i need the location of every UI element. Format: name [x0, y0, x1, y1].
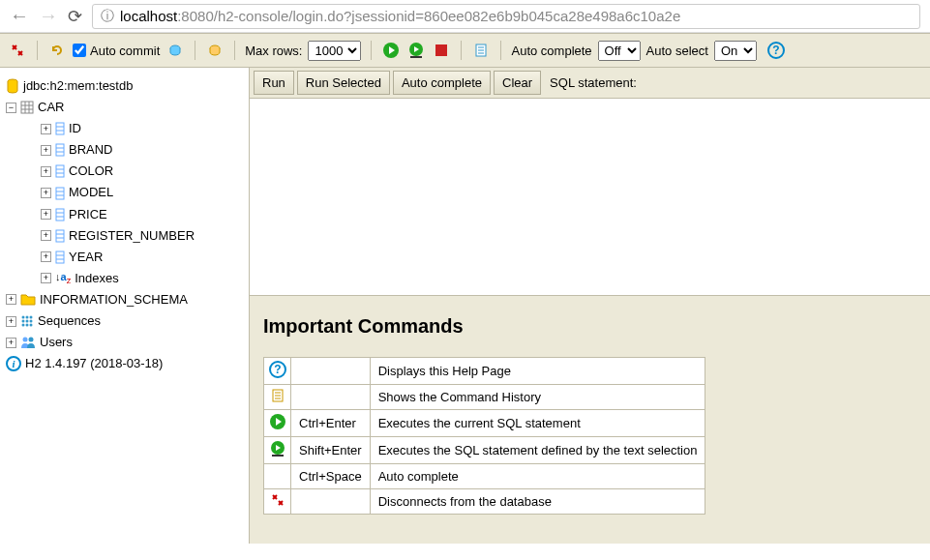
history-icon[interactable] [471, 41, 491, 60]
sql-label: SQL statement: [550, 75, 637, 90]
svg-rect-6 [410, 56, 422, 58]
command-shortcut: Shift+Enter [291, 437, 371, 464]
max-rows-select[interactable]: 1000 [308, 41, 361, 61]
url-path: :8080/h2-console/login.do?jsessionid=860… [177, 8, 680, 24]
column-icon [55, 122, 65, 135]
column-icon [55, 229, 65, 243]
command-shortcut [291, 385, 371, 410]
rollback-icon[interactable] [205, 41, 225, 60]
tree-column[interactable]: +MODEL [6, 182, 243, 203]
svg-rect-7 [435, 44, 447, 56]
svg-rect-20 [56, 123, 64, 134]
reload-button[interactable]: ⟳ [68, 6, 82, 27]
svg-text:?: ? [772, 44, 779, 57]
tree-column[interactable]: +ID [6, 118, 243, 139]
svg-point-41 [22, 316, 25, 319]
expander-plus-icon[interactable]: + [41, 230, 51, 241]
tree-sequences[interactable]: + Sequences [6, 310, 243, 332]
disconnect-icon[interactable] [8, 41, 27, 60]
svg-rect-38 [56, 251, 64, 263]
tree-indexes[interactable]: + ↓az Indexes [6, 268, 243, 289]
column-icon [55, 208, 65, 221]
expander-plus-icon[interactable]: + [6, 338, 16, 348]
run-icon[interactable] [381, 41, 401, 60]
expander-plus-icon[interactable]: + [41, 251, 51, 262]
tree-column[interactable]: +BRAND [6, 139, 243, 161]
clear-button[interactable]: Clear [494, 71, 541, 95]
url-bar[interactable]: ⓘ localhost:8080/h2-console/login.do?jse… [92, 4, 920, 29]
expander-plus-icon[interactable]: + [41, 209, 51, 220]
expander-minus-icon[interactable]: − [6, 103, 16, 113]
sql-editor[interactable] [250, 99, 930, 292]
tree-version: i H2 1.4.197 (2018-03-18) [6, 353, 243, 374]
expander-plus-icon[interactable]: + [41, 273, 51, 283]
history-icon [264, 385, 291, 410]
run-icon [264, 410, 291, 437]
tree-column[interactable]: +REGISTER_NUMBER [6, 225, 243, 247]
run-selected-button[interactable]: Run Selected [297, 71, 390, 95]
command-desc: Shows the Command History [370, 385, 705, 410]
tree-info-schema[interactable]: + INFORMATION_SCHEMA [6, 289, 243, 310]
svg-point-45 [26, 320, 29, 323]
tree-column[interactable]: +COLOR [6, 161, 243, 182]
help-icon[interactable]: ? [766, 41, 786, 60]
tree-column[interactable]: +PRICE [6, 204, 243, 225]
svg-point-46 [30, 320, 33, 323]
svg-point-47 [22, 324, 25, 327]
command-row: Ctrl+SpaceAuto complete [264, 464, 705, 489]
svg-rect-29 [56, 188, 64, 199]
auto-complete-button[interactable]: Auto complete [393, 71, 491, 95]
svg-point-44 [22, 320, 25, 323]
command-row: Shows the Command History [264, 385, 705, 410]
commit-icon[interactable] [165, 41, 185, 60]
auto-select-label: Auto select [646, 44, 708, 58]
commands-table: ?Displays this Help PageShows the Comman… [263, 357, 705, 515]
command-shortcut: Ctrl+Enter [291, 410, 371, 437]
command-desc: Disconnects from the database [370, 489, 705, 515]
stop-icon[interactable] [432, 41, 451, 60]
refresh-icon[interactable] [47, 41, 67, 60]
expander-plus-icon[interactable]: + [41, 124, 51, 134]
svg-rect-26 [56, 165, 64, 177]
expander-plus-icon[interactable]: + [41, 188, 51, 198]
sort-icon: ↓az [55, 268, 71, 289]
svg-text:i: i [12, 358, 15, 369]
run-selected-icon[interactable] [406, 41, 426, 60]
svg-rect-23 [56, 144, 64, 156]
command-shortcut: Ctrl+Space [291, 464, 371, 489]
auto-complete-select[interactable]: Off [598, 41, 641, 61]
back-button[interactable]: ← [10, 5, 29, 27]
column-icon [55, 187, 65, 200]
command-desc: Auto complete [370, 464, 705, 489]
svg-point-0 [14, 46, 15, 48]
auto-select-select[interactable]: On [714, 41, 757, 61]
svg-point-1 [19, 52, 21, 54]
url-host: localhost [120, 8, 177, 24]
expander-plus-icon[interactable]: + [6, 316, 16, 327]
tree-db[interactable]: jdbc:h2:mem:testdb [6, 75, 243, 97]
help-title: Important Commands [263, 315, 916, 338]
tree-column[interactable]: +YEAR [6, 247, 243, 268]
svg-point-48 [26, 324, 29, 327]
command-desc: Executes the SQL statement defined by th… [370, 437, 705, 464]
forward-button[interactable]: → [39, 5, 58, 27]
command-shortcut [291, 358, 371, 385]
run-button[interactable]: Run [254, 71, 294, 95]
blank-icon [264, 464, 291, 489]
tree-table-car[interactable]: − CAR [6, 97, 243, 118]
auto-commit-checkbox[interactable]: Auto commit [73, 44, 160, 58]
svg-point-50 [23, 338, 28, 342]
expander-plus-icon[interactable]: + [41, 166, 51, 177]
expander-plus-icon[interactable]: + [41, 145, 51, 156]
command-desc: Executes the current SQL statement [370, 410, 705, 437]
column-icon [55, 251, 65, 264]
sql-bar: Run Run Selected Auto complete Clear SQL… [250, 68, 930, 99]
svg-text:?: ? [274, 363, 281, 376]
svg-rect-15 [21, 102, 33, 113]
expander-plus-icon[interactable]: + [6, 294, 16, 305]
command-row: Disconnects from the database [264, 489, 705, 515]
help-icon: ? [264, 358, 291, 385]
svg-rect-35 [56, 230, 64, 242]
auto-complete-label: Auto complete [511, 44, 591, 58]
tree-users[interactable]: + Users [6, 332, 243, 353]
